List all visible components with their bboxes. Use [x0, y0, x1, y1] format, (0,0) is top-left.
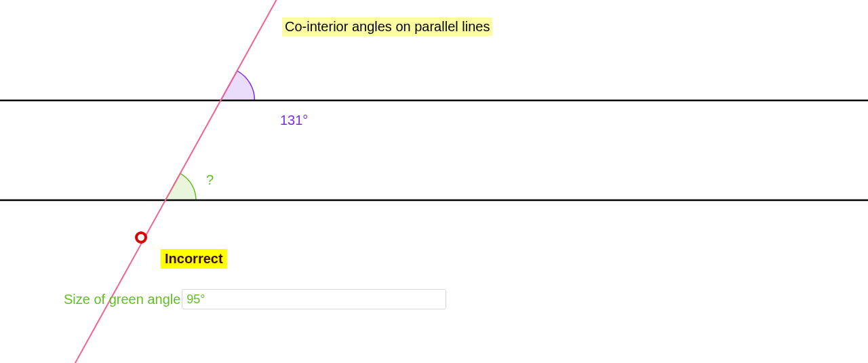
answer-input-label: Size of green angle [64, 292, 180, 307]
feedback-badge: Incorrect [161, 249, 227, 269]
point-marker[interactable] [136, 233, 146, 242]
green-angle-label: ? [206, 172, 214, 188]
purple-angle-arc [221, 71, 255, 100]
green-angle-arc [165, 174, 196, 200]
answer-input-row: Size of green angle [64, 289, 446, 309]
answer-input[interactable] [182, 289, 446, 309]
title-label: Co-interior angles on parallel lines [282, 18, 492, 36]
purple-angle-label: 131° [280, 113, 308, 128]
